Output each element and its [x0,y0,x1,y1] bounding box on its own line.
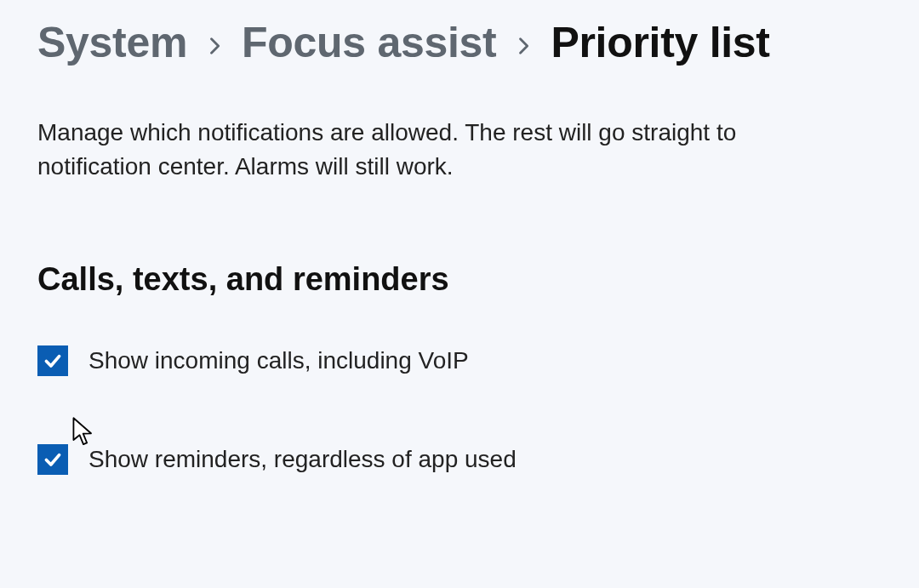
chevron-right-icon [203,29,226,58]
checkbox-row-show-incoming-calls[interactable]: Show incoming calls, including VoIP [37,345,882,376]
breadcrumb-item-system[interactable]: System [37,19,187,68]
breadcrumb-item-priority-list: Priority list [551,19,769,68]
mouse-cursor-icon [71,417,95,448]
section-heading-calls-texts-reminders: Calls, texts, and reminders [37,261,882,298]
checkbox-checked-icon[interactable] [37,345,68,376]
checkbox-row-show-reminders[interactable]: Show reminders, regardless of app used [37,444,882,475]
checkbox-checked-icon[interactable] [37,444,68,475]
settings-page: System Focus assist Priority list Manage… [0,0,919,588]
checkbox-label: Show reminders, regardless of app used [88,446,517,473]
page-description: Manage which notifications are allowed. … [37,116,837,185]
breadcrumb-item-focus-assist[interactable]: Focus assist [242,19,496,68]
breadcrumb: System Focus assist Priority list [37,19,882,68]
checkbox-label: Show incoming calls, including VoIP [88,347,469,374]
chevron-right-icon [511,29,535,58]
